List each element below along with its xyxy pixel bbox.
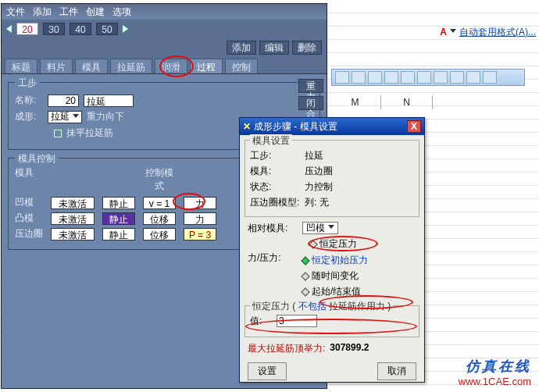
include-link[interactable]: 不包括 <box>298 301 327 312</box>
page-40[interactable]: 40 <box>70 23 91 35</box>
max-force-label: 最大拉延筋顶举力: <box>248 342 325 355</box>
ribbon-toolbar <box>331 69 525 86</box>
p3-cell[interactable]: P = 3 <box>184 228 216 241</box>
brand-text: 仿真在线 <box>459 357 531 376</box>
tab-title[interactable]: 标题 <box>5 59 37 73</box>
tab-sheet[interactable]: 料片 <box>40 59 73 73</box>
action-bar: 添加 编辑 删除 <box>2 38 327 57</box>
mold-settings-dialog: ✕ 成形步骤 - 模具设置 X 模具设置 工步:拉延 模具:压边圈 状态:力控制… <box>239 117 425 383</box>
tool-icon[interactable] <box>368 71 382 84</box>
col-n[interactable]: N <box>381 95 433 109</box>
page-number-row: 20 30 40 50 <box>2 20 327 38</box>
tool-icon[interactable] <box>335 71 349 84</box>
settings-group: 模具设置 工步:拉延 模具:压边圈 状态:力控制 压边圈模型:列: 无 <box>245 140 419 217</box>
settings-group-legend: 模具设置 <box>250 134 292 148</box>
cancel-button[interactable]: 取消 <box>377 362 416 380</box>
opt-const-pressure[interactable]: 恒定压力 <box>310 237 416 251</box>
tool-icon[interactable] <box>434 71 448 84</box>
dialog-titlebar[interactable]: ✕ 成形步骤 - 模具设置 X <box>240 118 424 135</box>
tool-icon[interactable] <box>384 71 398 84</box>
chevron-down-icon <box>328 225 334 231</box>
dialog-button-row: 设置 取消 <box>240 358 424 385</box>
menu-create[interactable]: 创建 <box>86 5 105 18</box>
opt-init-pressure[interactable]: 恒定初始压力 <box>302 254 416 267</box>
gravity-down-label: 重力向下 <box>87 110 124 123</box>
form-label: 成形: <box>15 110 43 123</box>
text-color-icon[interactable]: A <box>440 27 447 37</box>
menubar: 文件 添加 工件 创建 选项 <box>2 4 327 20</box>
form-dropdown[interactable]: 拉延 <box>48 111 82 123</box>
tool-icon[interactable] <box>450 71 464 84</box>
value-input[interactable] <box>277 315 317 327</box>
page-50[interactable]: 50 <box>96 23 118 35</box>
menu-work[interactable]: 工件 <box>59 5 78 18</box>
flatten-label: 抹平拉延筋 <box>66 127 113 140</box>
name-label: 名称: <box>15 94 43 107</box>
menu-option[interactable]: 选项 <box>112 5 131 18</box>
mold-group-legend: 模具控制 <box>15 152 59 166</box>
ribbon-fragment: A 自动套用格式(A)... <box>440 23 536 41</box>
menu-add[interactable]: 添加 <box>33 5 52 18</box>
const-pressure-group: 恒定压力 ( 不包括 拉延筋作用力 ) 值: <box>245 305 419 337</box>
app-x-icon: ✕ <box>243 121 251 132</box>
next-icon[interactable] <box>123 25 128 33</box>
tab-lube[interactable]: 润滑 <box>155 59 187 73</box>
name-number[interactable]: 20 <box>48 94 79 107</box>
tab-drawbead[interactable]: 拉延筋 <box>110 59 152 73</box>
col-m[interactable]: M <box>330 95 381 109</box>
max-force-value: 307899.2 <box>330 342 369 355</box>
tab-mold[interactable]: 模具 <box>75 59 108 73</box>
max-force-row: 最大拉延筋顶举力: 307899.2 <box>240 342 424 355</box>
dropdown-icon[interactable] <box>450 29 456 35</box>
opt-start-end[interactable]: 起始/结束值 <box>302 285 416 298</box>
tool-icon[interactable] <box>401 71 415 84</box>
const-pressure-legend: 恒定压力 ( 不包括 拉延筋作用力 ) <box>250 300 393 313</box>
delete-button[interactable]: 删除 <box>292 41 322 55</box>
tool-icon[interactable] <box>466 71 480 84</box>
tab-control[interactable]: 控制 <box>225 59 258 73</box>
page-30[interactable]: 30 <box>43 23 65 35</box>
tool-icon[interactable] <box>417 71 431 84</box>
chevron-down-icon <box>73 114 79 120</box>
name-text[interactable]: 拉延 <box>84 94 134 107</box>
close-icon[interactable]: X <box>407 120 421 133</box>
brand-url: www.1CAE.com <box>459 376 531 387</box>
add-button[interactable]: 添加 <box>227 41 256 55</box>
page-20[interactable]: 20 <box>16 23 38 35</box>
tool-icon[interactable] <box>483 71 497 84</box>
tab-process[interactable]: 过程 <box>190 59 223 73</box>
menu-file[interactable]: 文件 <box>6 5 25 18</box>
edit-button[interactable]: 编辑 <box>259 41 289 55</box>
tool-icon[interactable] <box>352 71 366 84</box>
opt-time-var[interactable]: 随时间变化 <box>302 269 416 283</box>
step-group-legend: 工步 <box>15 77 40 90</box>
footer-watermark: 仿真在线 www.1CAE.com <box>459 357 531 387</box>
tab-strip: 标题 料片 模具 拉延筋 润滑 过程 控制 <box>2 57 327 74</box>
autoformat-link[interactable]: 自动套用格式(A)... <box>459 26 536 39</box>
flatten-checkbox[interactable] <box>54 130 62 137</box>
relative-mold-dropdown[interactable]: 凹模 <box>302 222 338 234</box>
prev-icon[interactable] <box>6 25 12 33</box>
dialog-title: 成形步骤 - 模具设置 <box>254 120 337 134</box>
set-button[interactable]: 设置 <box>248 362 287 380</box>
